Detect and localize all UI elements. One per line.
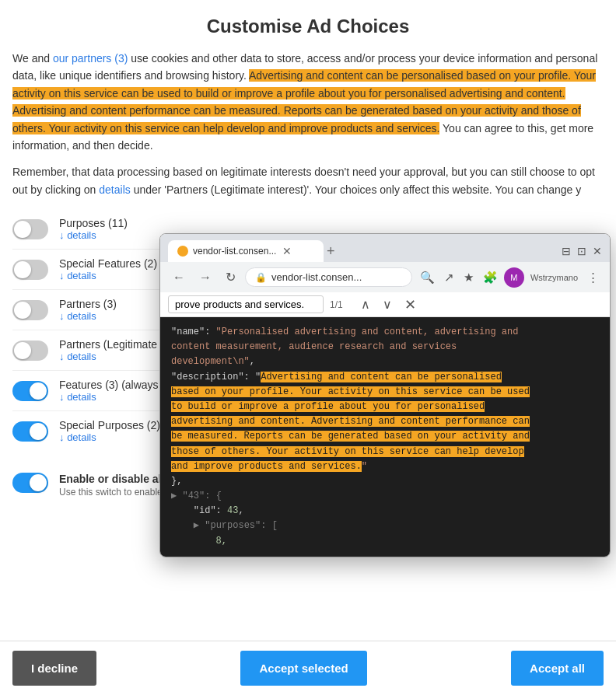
find-input[interactable] [168, 295, 324, 313]
features-toggle[interactable] [12, 381, 48, 401]
find-close-button[interactable]: ✕ [404, 296, 416, 313]
partners-legit-toggle[interactable] [12, 341, 48, 361]
code-line-13: "id": 43, [171, 504, 599, 519]
tab-title: vendor-list.consen... [193, 246, 276, 257]
forward-button[interactable]: → [194, 267, 216, 288]
extensions-icon-button[interactable]: 🧩 [480, 267, 501, 288]
code-line-9: those of others. Your activity on this s… [171, 445, 599, 459]
find-prev-button[interactable]: ∧ [358, 295, 373, 313]
special-purposes-label: Special Purposes (2) details [59, 419, 160, 443]
reload-button[interactable]: ↻ [221, 267, 240, 288]
partners-toggle[interactable] [12, 300, 48, 320]
browser-toolbar: ← → ↻ 🔒 vendor-list.consen... 🔍 ↗ ★ 🧩 M … [160, 262, 610, 292]
purposes-label: Purposes (11) details [59, 217, 128, 241]
back-button[interactable]: ← [168, 267, 190, 288]
code-line-3: development\n", [171, 354, 599, 369]
new-tab-button[interactable]: + [327, 244, 335, 258]
purposes-toggle[interactable] [12, 219, 48, 239]
code-line-4: "description": "Advertising and content … [171, 370, 599, 385]
tab-close-button[interactable]: ✕ [282, 245, 292, 257]
intro-paragraph: We and our partners (3) use cookies and … [12, 50, 604, 154]
more-options-button[interactable]: ⋮ [584, 267, 602, 288]
special-purposes-details-link[interactable]: details [59, 431, 160, 443]
share-icon-button[interactable]: ↗ [441, 267, 457, 288]
profile-button[interactable]: M [504, 267, 524, 288]
special-features-details-link[interactable]: details [59, 270, 157, 281]
enable-all-toggle[interactable] [12, 473, 48, 493]
decline-button[interactable]: I decline [12, 651, 96, 686]
code-line-10: and improve products and services." [171, 459, 599, 474]
code-line-2: content measurement, audience research a… [171, 340, 599, 354]
details-link[interactable]: details [99, 183, 130, 196]
code-line-8: be measured. Reports can be generated ba… [171, 429, 599, 444]
code-line-11: }, [171, 474, 599, 489]
address-bar[interactable]: 🔒 vendor-list.consen... [245, 267, 412, 287]
accept-all-button[interactable]: Accept all [511, 651, 604, 686]
find-next-button[interactable]: ∨ [380, 295, 395, 313]
code-line-5: based on your profile. Your activity on … [171, 385, 599, 400]
partners-label: Partners (3) details [59, 298, 117, 322]
remember-paragraph: Remember, that data processing based on … [12, 163, 604, 198]
search-icon-button[interactable]: 🔍 [417, 267, 438, 288]
close-icon[interactable]: ✕ [593, 245, 602, 257]
code-line-6: to build or improve a profile about you … [171, 400, 599, 414]
partners-legit-label: Partners (Legitimate i details [59, 338, 163, 362]
partners-legit-details-link[interactable]: details [59, 351, 163, 362]
bottom-bar: I decline Accept selected Accept all [0, 641, 616, 695]
code-line-15: 8, [171, 534, 599, 549]
special-features-label: Special Features (2) details [59, 257, 157, 281]
remember-text-part2: under 'Partners (Legitimate interest)'. … [131, 183, 581, 196]
code-line-1: "name": "Personalised advertising and co… [171, 325, 599, 340]
code-line-7: advertising and content. Advertising and… [171, 414, 599, 429]
partners-link[interactable]: our partners (3) [53, 52, 128, 65]
code-line-14: ▶ "purposes": [ [171, 519, 599, 533]
browser-popup: vendor-list.consen... ✕ + ⊟ ⊡ ✕ ← → ↻ 🔒 … [159, 233, 611, 557]
features-label: Features (3) (always r details [59, 379, 165, 403]
features-details-link[interactable]: details [59, 391, 165, 403]
page-title: Customise Ad Choices [12, 16, 604, 37]
maximize-icon[interactable]: ⊡ [577, 245, 586, 257]
code-line-12: ▶ "43": { [171, 489, 599, 504]
browser-titlebar: vendor-list.consen... ✕ + ⊟ ⊡ ✕ [160, 234, 610, 262]
intro-text-part1: We and [12, 52, 53, 65]
tab-favicon-icon [177, 246, 188, 257]
minimize-icon[interactable]: ⊟ [562, 245, 571, 257]
lock-icon: 🔒 [255, 272, 267, 283]
browser-tab[interactable]: vendor-list.consen... ✕ [168, 240, 324, 262]
accept-selected-button[interactable]: Accept selected [240, 651, 366, 686]
find-count: 1/1 [330, 299, 352, 310]
find-bar: 1/1 ∧ ∨ ✕ [160, 292, 610, 317]
code-area[interactable]: "name": "Personalised advertising and co… [160, 317, 610, 557]
pause-status-button[interactable]: Wstrzymano [527, 270, 581, 285]
special-purposes-toggle[interactable] [12, 421, 48, 442]
purposes-details-link[interactable]: details [59, 229, 128, 241]
partners-details-link[interactable]: details [59, 310, 117, 322]
bookmark-icon-button[interactable]: ★ [460, 267, 477, 288]
special-features-toggle[interactable] [12, 260, 48, 280]
window-controls: ⊟ ⊡ ✕ [562, 245, 602, 257]
url-text: vendor-list.consen... [271, 271, 402, 283]
toolbar-icons: 🔍 ↗ ★ 🧩 M Wstrzymano ⋮ [417, 267, 602, 288]
